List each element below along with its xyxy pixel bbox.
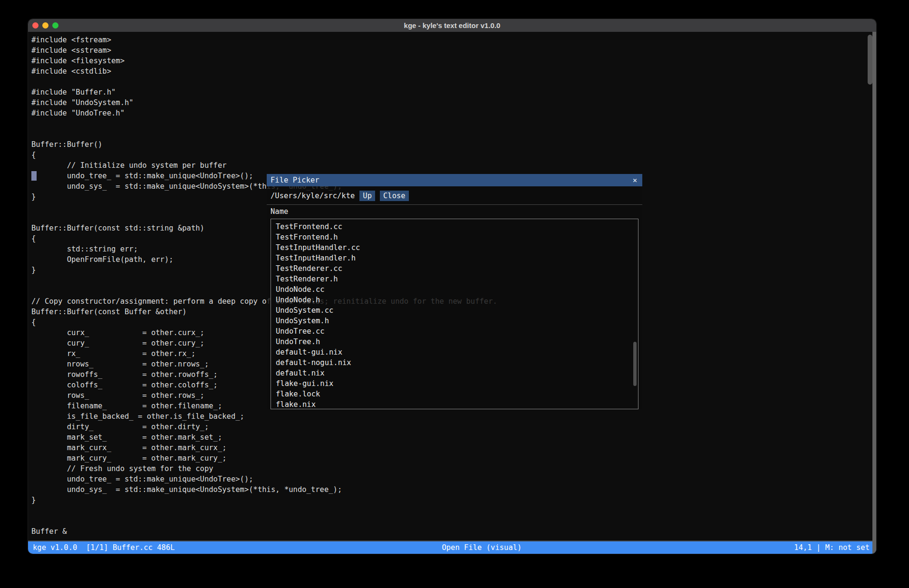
status-right: 14,1 | M: not set [794, 541, 870, 554]
up-button[interactable]: Up [359, 191, 375, 201]
editor-scrollbar-thumb[interactable] [868, 35, 872, 85]
dialog-titlebar[interactable]: File Picker ✕ [267, 174, 642, 186]
code-line: mark_cury_ = other.mark_cury_; [31, 453, 876, 463]
code-line: #include "UndoSystem.h" [31, 97, 876, 108]
file-item[interactable]: UndoSystem.cc [271, 305, 638, 316]
code-line: // Initialize undo system per buffer [31, 160, 876, 171]
file-item[interactable]: TestInputHandler.cc [271, 242, 638, 253]
code-line: mark_curx_ = other.mark_curx_; [31, 443, 876, 453]
file-item[interactable]: TestFrontend.cc [271, 222, 638, 232]
window-right-edge [872, 32, 876, 554]
file-item[interactable]: TestRenderer.cc [271, 263, 638, 274]
code-line: Buffer::Buffer() [31, 139, 876, 150]
file-item[interactable]: TestInputHandler.h [271, 253, 638, 263]
code-line: #include <filesystem> [31, 56, 876, 66]
editor-cursor [31, 171, 37, 181]
code-line: #include <cstdlib> [31, 66, 876, 77]
dialog-path-row: /Users/kyle/src/kte Up Close [267, 186, 642, 204]
close-button[interactable]: Close [380, 191, 409, 201]
code-line: // Fresh undo system for the copy [31, 463, 876, 474]
code-line: undo_tree_ = std::make_unique<UndoTree>(… [31, 474, 876, 484]
column-header-name: Name [267, 205, 642, 219]
file-picker-dialog: File Picker ✕ /Users/kyle/src/kte Up Clo… [267, 174, 642, 409]
code-line: Buffer & [31, 526, 876, 537]
status-left: kge v1.0.0 [1/1] Buffer.cc 486L [33, 541, 175, 554]
editor-window: kge - kyle's text editor v1.0.0 #include… [28, 19, 876, 554]
file-item[interactable]: TestFrontend.h [271, 232, 638, 242]
file-list-scrollbar-thumb[interactable] [633, 342, 637, 386]
code-line [31, 516, 876, 526]
window-close-icon[interactable] [32, 22, 39, 29]
file-item[interactable]: flake.nix [271, 399, 638, 409]
code-line [31, 118, 876, 129]
window-titlebar[interactable]: kge - kyle's text editor v1.0.0 [28, 19, 876, 32]
code-line [31, 77, 876, 87]
code-line: { [31, 150, 876, 160]
file-item[interactable]: UndoSystem.h [271, 316, 638, 326]
window-title: kge - kyle's text editor v1.0.0 [28, 19, 876, 32]
status-center: Open File (visual) [442, 541, 522, 554]
code-line: #include <fstream> [31, 35, 876, 45]
status-bar: kge v1.0.0 [1/1] Buffer.cc 486L Open Fil… [28, 540, 876, 554]
window-minimize-icon[interactable] [42, 22, 48, 29]
code-line: #include "UndoTree.h" [31, 108, 876, 118]
file-item[interactable]: UndoTree.cc [271, 326, 638, 337]
current-path: /Users/kyle/src/kte [271, 192, 355, 200]
code-line: mark_set_ = other.mark_set_; [31, 432, 876, 443]
file-item[interactable]: TestRenderer.h [271, 274, 638, 284]
file-item[interactable]: default.nix [271, 368, 638, 378]
file-item[interactable]: default-gui.nix [271, 347, 638, 357]
code-line: #include "Buffer.h" [31, 87, 876, 97]
code-line: #include <sstream> [31, 45, 876, 56]
file-item[interactable]: UndoNode.cc [271, 284, 638, 295]
file-item[interactable]: UndoNode.h [271, 295, 638, 305]
file-list: TestFrontend.ccTestFrontend.hTestInputHa… [271, 219, 638, 409]
code-line: dirty_ = other.dirty_; [31, 422, 876, 432]
file-item[interactable]: UndoTree.h [271, 337, 638, 347]
file-item[interactable]: default-nogui.nix [271, 357, 638, 368]
dialog-title: File Picker [271, 176, 319, 184]
code-line: is_file_backed_ = other.is_file_backed_; [31, 411, 876, 422]
code-line: } [31, 495, 876, 505]
code-line [31, 505, 876, 516]
code-line: undo_sys_ = std::make_unique<UndoSystem>… [31, 484, 876, 495]
window-zoom-icon[interactable] [52, 22, 58, 29]
file-item[interactable]: flake-gui.nix [271, 378, 638, 389]
close-icon[interactable]: ✕ [633, 176, 637, 184]
code-line [31, 129, 876, 139]
file-item[interactable]: flake.lock [271, 389, 638, 399]
traffic-lights [28, 22, 58, 29]
